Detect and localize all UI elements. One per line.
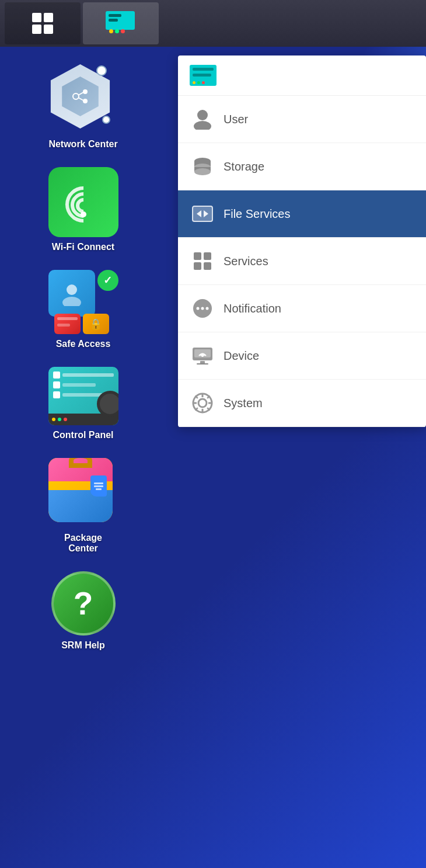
svg-point-22 — [206, 307, 209, 310]
svg-line-3 — [78, 92, 83, 95]
svg-point-2 — [83, 99, 88, 103]
storage-icon — [192, 156, 213, 177]
storage-menu-label: Storage — [224, 160, 264, 173]
svg-point-29 — [198, 399, 207, 407]
monitor-icon — [106, 11, 135, 30]
svg-point-5 — [67, 284, 77, 295]
svg-rect-15 — [194, 252, 201, 260]
sidebar-item-package-center[interactable]: Package Center — [25, 458, 142, 554]
sidebar-item-control-panel[interactable]: Control Panel — [25, 367, 142, 440]
svg-point-13 — [194, 168, 211, 175]
notification-menu-label: Notification — [224, 302, 281, 315]
network-center-label: Network Center — [48, 139, 117, 150]
device-icon — [192, 345, 213, 366]
svg-point-8 — [194, 121, 211, 130]
srm-help-icon: ? — [51, 571, 116, 636]
file-services-menu-label: File Services — [224, 207, 290, 221]
apps-taskbar-button[interactable] — [5, 2, 81, 44]
svg-point-0 — [73, 93, 79, 99]
svg-point-6 — [62, 297, 81, 306]
svg-rect-14 — [193, 206, 212, 221]
menu-item-user[interactable]: User — [178, 96, 426, 143]
sidebar-item-wifi-connect[interactable]: Wi-Fi Connect — [25, 167, 142, 252]
svg-point-25 — [201, 355, 204, 357]
safe-access-icon: ✓ 🔒 — [48, 270, 118, 334]
package-center-label: Package Center — [64, 533, 102, 554]
panel-monitor-icon — [190, 65, 217, 86]
svg-rect-16 — [204, 252, 211, 260]
services-menu-label: Services — [224, 255, 268, 268]
system-icon — [192, 393, 213, 414]
monitor-status-dots — [109, 29, 125, 33]
sidebar-item-safe-access[interactable]: ✓ 🔒 Safe Access — [25, 270, 142, 349]
sidebar: Network Center Wi-Fi Connect — [0, 47, 166, 868]
svg-rect-18 — [204, 262, 211, 270]
wifi-connect-icon — [48, 167, 118, 237]
notification-icon — [192, 298, 213, 319]
menu-item-file-services[interactable]: File Services — [178, 190, 426, 238]
device-menu-label: Device — [224, 349, 259, 363]
svg-point-1 — [83, 89, 88, 94]
control-panel-taskbar-button[interactable] — [83, 2, 159, 44]
svg-point-21 — [201, 307, 204, 310]
menu-item-system[interactable]: System — [178, 380, 426, 427]
wifi-connect-label: Wi-Fi Connect — [52, 242, 114, 252]
sidebar-item-srm-help[interactable]: ? SRM Help — [25, 571, 142, 651]
taskbar — [0, 0, 426, 47]
svg-rect-17 — [194, 262, 201, 270]
grid-icon — [32, 13, 53, 34]
menu-item-storage[interactable]: Storage — [178, 143, 426, 190]
safe-access-label: Safe Access — [56, 339, 111, 349]
control-panel-icon — [48, 367, 118, 425]
package-center-icon — [48, 458, 118, 528]
control-panel-label: Control Panel — [53, 430, 113, 440]
user-icon — [192, 109, 213, 130]
network-center-icon — [48, 64, 118, 134]
srm-help-label: SRM Help — [61, 640, 105, 651]
svg-rect-27 — [197, 363, 208, 364]
svg-point-7 — [197, 110, 208, 120]
panel-header — [178, 55, 426, 96]
svg-line-4 — [78, 98, 83, 100]
menu-item-services[interactable]: Services — [178, 238, 426, 285]
sidebar-item-network-center[interactable]: Network Center — [25, 64, 142, 150]
menu-item-device[interactable]: Device — [178, 332, 426, 380]
menu-item-notification[interactable]: Notification — [178, 285, 426, 332]
main-area: Network Center Wi-Fi Connect — [0, 47, 426, 868]
user-menu-label: User — [224, 113, 248, 126]
right-panel: User Storage — [178, 55, 426, 427]
svg-point-20 — [197, 307, 200, 310]
file-services-icon — [192, 203, 213, 224]
services-icon — [192, 251, 213, 272]
system-menu-label: System — [224, 397, 263, 410]
